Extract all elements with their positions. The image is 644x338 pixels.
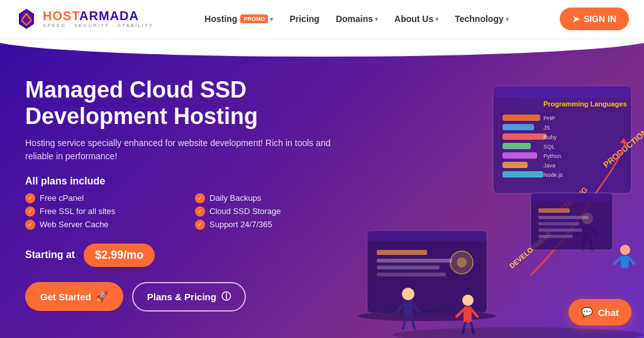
check-icon: ✓ [195,220,205,230]
feature-item: ✓ Web Server Cache [25,220,182,230]
chevron-down-icon: ▾ [270,16,273,23]
signin-icon: ➤ [572,14,580,24]
svg-rect-27 [377,266,440,269]
logo-icon [15,8,38,30]
nav-technology[interactable]: Technology ▾ [448,10,515,28]
chevron-down-icon: ▾ [506,16,509,23]
svg-text:Programming Languages: Programming Languages [543,100,627,108]
nav-links: Hosting PROMO ▾ Pricing Domains ▾ About … [153,10,560,28]
hero-subtitle: Hosting service specially enhanced for w… [25,137,352,163]
svg-point-30 [457,257,467,268]
svg-text:Python: Python [543,153,561,159]
get-started-button[interactable]: Get Started 🚀 [25,282,123,311]
signin-button[interactable]: ➤ SIGN IN [560,8,629,30]
hero-title: Managed Cloud SSD Development Hosting [25,77,352,129]
svg-rect-58 [538,216,589,219]
nav-hosting[interactable]: Hosting PROMO ▾ [198,10,279,28]
logo-part2: ARMADA [79,9,139,23]
svg-rect-60 [538,228,582,232]
svg-text:Java: Java [543,162,555,169]
svg-rect-3 [493,86,631,98]
feature-item: ✓ Support 24/7/365 [195,220,352,230]
svg-text:JS: JS [543,125,550,131]
hero-section: Managed Cloud SSD Development Hosting Ho… [0,38,644,338]
illustration-svg: Programming Languages PHP JS Ruby SQL Py… [317,61,644,338]
feature-item: ✓ Cloud SSD Storage [195,206,352,217]
feature-item: ✓ Free SSL for all sites [25,206,182,217]
info-icon: ⓘ [221,291,231,303]
chat-icon: 💬 [581,307,593,318]
svg-text:SQL: SQL [543,144,555,150]
svg-text:PHP: PHP [543,115,555,121]
logo-tagline: Speed · Security · Stability [43,23,153,28]
svg-rect-26 [377,259,452,262]
svg-rect-5 [502,115,540,121]
svg-point-39 [462,295,474,306]
svg-rect-28 [377,273,446,276]
check-icon: ✓ [25,220,35,230]
plans-include-title: All plans include [25,176,352,187]
svg-text:Node.js: Node.js [543,172,563,178]
check-icon: ✓ [25,193,35,203]
svg-text:Ruby: Ruby [543,134,557,140]
feature-item: ✓ Daily Backups [195,193,352,203]
svg-point-33 [402,288,414,300]
svg-line-54 [629,257,634,264]
svg-rect-40 [464,307,472,323]
svg-point-62 [392,327,644,338]
svg-point-51 [620,245,630,255]
plans-pricing-button[interactable]: Plans & Pricing ⓘ [132,282,246,312]
arrow-icon: 🚀 [96,291,108,302]
features-grid: ✓ Free cPanel ✓ Daily Backups ✓ Free SSL… [25,193,352,230]
svg-rect-11 [502,143,531,149]
nav-about[interactable]: About Us ▾ [388,10,445,28]
check-icon: ✓ [25,206,35,217]
chat-button[interactable]: 💬 Chat [569,299,631,325]
svg-rect-56 [531,193,613,202]
feature-item: ✓ Free cPanel [25,193,182,203]
svg-rect-57 [538,208,570,213]
svg-rect-9 [502,133,547,140]
svg-rect-25 [377,250,427,255]
pricing-row: Starting at $2.99/mo [25,244,352,267]
chevron-down-icon: ▾ [435,16,438,23]
navbar: HOSTARMADA Speed · Security · Stability … [0,0,644,38]
svg-rect-13 [502,152,537,159]
hero-content: Managed Cloud SSD Development Hosting Ho… [25,64,352,312]
svg-rect-17 [502,171,543,177]
logo[interactable]: HOSTARMADA Speed · Security · Stability [15,8,153,30]
hero-illustration: Programming Languages PHP JS Ruby SQL Py… [317,61,644,338]
svg-line-53 [614,257,621,264]
nav-pricing[interactable]: Pricing [283,10,325,28]
svg-rect-24 [367,231,487,241]
svg-rect-59 [538,222,579,225]
svg-rect-7 [502,124,534,130]
check-icon: ✓ [195,193,205,203]
svg-rect-15 [502,162,528,168]
chevron-down-icon: ▾ [375,16,378,23]
starting-at-text: Starting at [25,249,75,261]
logo-part1: HOST [43,9,79,23]
price-badge: $2.99/mo [84,244,155,267]
check-icon: ✓ [195,206,205,217]
cta-buttons: Get Started 🚀 Plans & Pricing ⓘ [25,282,352,312]
promo-badge: PROMO [240,14,268,23]
svg-rect-61 [538,235,573,238]
nav-domains[interactable]: Domains ▾ [330,10,384,28]
